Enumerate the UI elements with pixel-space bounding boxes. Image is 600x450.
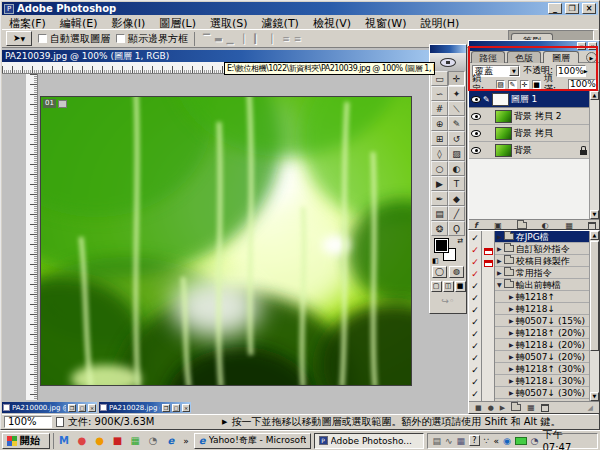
play-icon[interactable]: ▶ [500, 404, 505, 412]
display-icon[interactable]: ▦ [456, 435, 465, 447]
scroll-down-icon[interactable]: ▼ [590, 392, 599, 401]
action-dialog-toggle[interactable] [482, 339, 495, 351]
image-viewer-icon[interactable]: ▦ [128, 434, 143, 448]
spinner-icon[interactable]: ▶ [584, 66, 588, 76]
hand-tool[interactable]: ❂ [431, 221, 448, 236]
volume-icon[interactable]: ∵ [484, 435, 490, 447]
scroll-up-icon[interactable]: ▲ [590, 91, 599, 100]
eraser-tool[interactable]: ◊ [431, 146, 448, 161]
new-layer-set-icon[interactable] [517, 222, 527, 229]
app-titlebar[interactable]: P Adobe Photoshop _ ❐ × [2, 2, 598, 15]
help-icon[interactable]: ? [469, 435, 480, 446]
expand-icon[interactable]: ▶ [509, 375, 514, 387]
media-player-icon[interactable]: ● [92, 434, 107, 448]
action-row[interactable]: ✓ ▶轉0507↓ (20%) [469, 351, 591, 363]
action-row[interactable]: ✓ ▶校稿目錄製作 [469, 255, 591, 267]
notes-tool[interactable]: ▤ [431, 206, 448, 221]
expand-icon[interactable]: ▶ [509, 339, 514, 351]
menu-file[interactable]: 檔案(F) [2, 15, 53, 29]
action-checkbox[interactable]: ✓ [469, 267, 482, 279]
zoom-tool[interactable]: Ϙ [448, 221, 465, 236]
standard-screen-button[interactable]: ▢ [431, 281, 442, 292]
action-dialog-toggle[interactable] [482, 327, 495, 339]
chevron-down-icon[interactable]: ▼ [509, 66, 519, 76]
msn-icon[interactable]: M [57, 434, 72, 448]
move-tool[interactable]: ✛ [448, 71, 465, 86]
delete-layer-icon[interactable] [588, 222, 596, 230]
action-checkbox[interactable]: ✓ [469, 399, 482, 402]
expand-icon[interactable]: ▶ [497, 267, 502, 279]
action-row[interactable]: ✓ ▶轉1218↑ (45%) [469, 399, 591, 401]
menu-image[interactable]: 影像(I) [104, 15, 152, 29]
layer-name[interactable]: 背景 拷貝 [514, 128, 553, 139]
default-colors-icon[interactable]: ◧ [432, 257, 439, 265]
close-icon[interactable]: × [88, 404, 96, 412]
history-brush-tool[interactable]: ↺ [448, 131, 465, 146]
swap-colors-icon[interactable]: ⇄ [457, 237, 463, 245]
action-checkbox[interactable]: ✓ [469, 303, 482, 315]
toolbox-titlebar[interactable] [430, 45, 466, 53]
visibility-eye-icon[interactable] [471, 113, 481, 120]
action-dialog-toggle[interactable] [482, 387, 495, 399]
fullscreen-button[interactable]: ■ [455, 281, 466, 292]
foreground-color-swatch[interactable] [435, 239, 448, 252]
realplayer-icon[interactable]: ■ [110, 434, 125, 448]
layer-thumbnail[interactable] [492, 93, 509, 106]
maximize-icon[interactable]: □ [172, 404, 180, 412]
layers-scrollbar[interactable]: ▲ ▼ [589, 91, 599, 219]
action-checkbox[interactable]: ✓ [469, 231, 482, 243]
canvas-image[interactable]: 01 [40, 96, 412, 386]
layer-thumbnail[interactable] [495, 110, 512, 123]
action-dialog-toggle[interactable] [482, 267, 495, 279]
action-dialog-toggle[interactable] [482, 399, 495, 402]
expand-icon[interactable]: ▶ [509, 327, 514, 339]
actions-scrollbar[interactable]: ▲ ▼ [589, 231, 599, 401]
menu-edit[interactable]: 編輯(E) [53, 15, 105, 29]
action-row[interactable]: ✓ ▶自訂額外指令 [469, 243, 591, 255]
action-checkbox[interactable]: ✓ [469, 255, 482, 267]
internet-explorer-icon[interactable]: e [164, 434, 179, 448]
action-row[interactable]: ✓ ▶轉1218↑ (30%) [469, 363, 591, 375]
fill-field[interactable]: 100% [568, 79, 596, 90]
collapse-icon[interactable]: ▼ [497, 279, 502, 291]
layer-row[interactable]: ✎ 圖層 1 [469, 91, 589, 108]
action-dialog-toggle[interactable] [482, 255, 495, 267]
action-checkbox[interactable]: ✓ [469, 387, 482, 399]
action-row[interactable]: ✓ ▶轉1218↓ (20%) [469, 339, 591, 351]
tab-paths[interactable]: 路徑 [471, 51, 505, 63]
action-dialog-toggle[interactable] [482, 231, 495, 243]
action-dialog-toggle[interactable] [482, 291, 495, 303]
action-checkbox[interactable]: ✓ [469, 375, 482, 387]
visibility-eye-icon[interactable] [471, 147, 481, 154]
custom-shape-tool[interactable]: ◆ [448, 191, 465, 206]
task-yahoo-window[interactable]: e Yahoo!奇摩 - Microsoft I... [194, 433, 311, 449]
layer-thumbnail[interactable] [495, 127, 512, 140]
tray-clock[interactable]: 下午 07:47 [542, 428, 593, 450]
quick-launch-more-icon[interactable]: » [181, 436, 191, 446]
expand-icon[interactable]: ▶ [509, 363, 514, 375]
auto-select-checkbox[interactable]: 自動選取圖層 [38, 32, 110, 46]
show-bounds-checkbox[interactable]: 顯示邊界方框 [116, 32, 188, 46]
gradient-tool[interactable]: ▨ [448, 146, 465, 161]
lasso-tool[interactable]: ∽ [431, 86, 448, 101]
crop-tool[interactable]: # [431, 101, 448, 116]
pen-tool[interactable]: ✒ [431, 191, 448, 206]
task-photoshop-window[interactable]: P Adobe Photosho... [314, 433, 425, 449]
lock-transparency-icon[interactable]: ▨ [496, 80, 505, 89]
action-row[interactable]: ✓ ▶轉1218↓ [469, 303, 591, 315]
expand-icon[interactable]: ▶ [509, 387, 514, 399]
action-row[interactable]: ✓ ▼輸出前轉檔 [469, 279, 591, 291]
palette-menu-button[interactable]: ▶ [586, 52, 597, 63]
action-checkbox[interactable]: ✓ [469, 327, 482, 339]
scroll-up-icon[interactable]: ▲ [590, 231, 599, 240]
lock-all-icon[interactable]: ■ [532, 80, 541, 89]
action-checkbox[interactable]: ✓ [469, 291, 482, 303]
maximize-icon[interactable]: □ [78, 404, 86, 412]
menu-help[interactable]: 說明(H) [413, 15, 466, 29]
close-icon[interactable]: × [182, 404, 190, 412]
slice-tool[interactable]: ⟍ [448, 101, 465, 116]
delete-action-icon[interactable] [541, 404, 549, 412]
action-checkbox[interactable]: ✓ [469, 363, 482, 375]
action-checkbox[interactable]: ✓ [469, 339, 482, 351]
action-checkbox[interactable]: ✓ [469, 279, 482, 291]
